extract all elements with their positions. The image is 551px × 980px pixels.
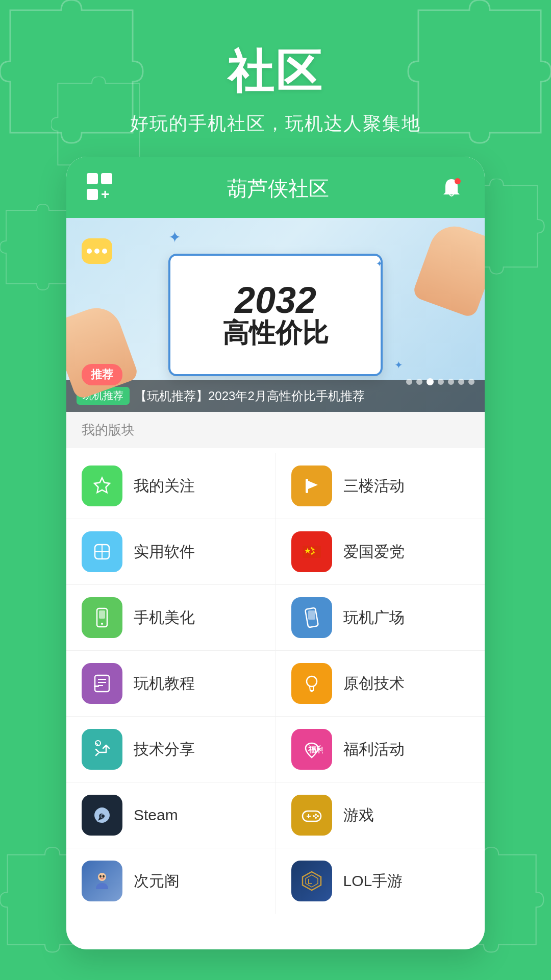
svg-point-33: [317, 815, 319, 817]
app-header: + 葫芦侠社区: [66, 157, 485, 218]
svg-rect-1: [306, 479, 308, 493]
item-label-third-floor: 三楼活动: [343, 476, 405, 497]
item-row-0: 我的关注 三楼活动: [66, 453, 485, 519]
item-lol[interactable]: L LOL手游: [276, 848, 485, 914]
item-label-play-square: 玩机广场: [343, 607, 405, 628]
banner-year: 2032: [235, 282, 316, 318]
item-icon-lol: L: [291, 861, 332, 901]
item-label-anime: 次元阁: [134, 871, 180, 892]
svg-point-13: [101, 623, 103, 625]
item-label-phone-beauty: 手机美化: [134, 607, 195, 628]
svg-point-37: [99, 875, 102, 878]
grid-plus-icon[interactable]: +: [87, 173, 117, 204]
item-games[interactable]: 游戏: [276, 782, 485, 848]
item-play-tutorial[interactable]: 玩机教程: [66, 651, 276, 716]
item-icon-tech-share: [82, 729, 122, 770]
item-patriotic[interactable]: 爱国爱党: [276, 519, 485, 584]
item-my-follow[interactable]: 我的关注: [66, 453, 276, 519]
item-icon-steam: [82, 795, 122, 836]
bell-icon[interactable]: [439, 176, 464, 201]
item-label-welfare: 福利活动: [343, 739, 405, 760]
item-row-2: 手机美化 玩机广场: [66, 585, 485, 651]
grid-dot-2: [101, 173, 112, 184]
item-icon-play-square: [291, 597, 332, 638]
item-useful-software[interactable]: 实用软件: [66, 519, 276, 584]
dot-6[interactable]: [458, 379, 464, 385]
svg-text:福利: 福利: [308, 745, 323, 754]
item-row-1: 实用软件 爱国爱党: [66, 519, 485, 585]
svg-point-38: [103, 875, 105, 878]
svg-rect-15: [308, 610, 315, 620]
item-icon-useful-software: [82, 531, 122, 572]
item-label-my-follow: 我的关注: [134, 476, 195, 497]
grid-dot-1: [87, 173, 98, 184]
item-tech-share[interactable]: 技术分享: [66, 717, 276, 782]
banner-caption-text: 【玩机推荐】2023年2月高性价比手机推荐: [135, 388, 365, 404]
item-icon-phone-beauty: [82, 597, 122, 638]
chat-bubble-icon: [82, 238, 112, 264]
svg-point-0: [455, 178, 461, 184]
item-label-steam: Steam: [134, 806, 178, 824]
banner-phone-card: 2032 高性价比: [168, 254, 383, 376]
item-icon-my-follow: [82, 465, 122, 506]
item-label-games: 游戏: [343, 805, 374, 826]
sparkle-2: ✦: [394, 359, 403, 371]
item-play-square[interactable]: 玩机广场: [276, 585, 485, 650]
item-row-4: 技术分享 福利 福利活动: [66, 717, 485, 782]
svg-point-35: [313, 815, 315, 817]
recommend-badge: 推荐: [82, 364, 122, 385]
item-label-lol: LOL手游: [343, 871, 403, 892]
my-blocks-section-header: 我的版块: [66, 412, 485, 448]
item-label-tech-share: 技术分享: [134, 739, 195, 760]
svg-point-36: [98, 873, 106, 881]
sparkle-3: ✦: [376, 259, 383, 268]
dot-3-active[interactable]: [427, 378, 434, 385]
item-icon-play-tutorial: [82, 663, 122, 704]
item-icon-welfare: 福利: [291, 729, 332, 770]
item-icon-third-floor: [291, 465, 332, 506]
app-header-title: 葫芦侠社区: [227, 175, 329, 203]
item-row-3: 玩机教程 原创技术: [66, 651, 485, 717]
grid-dot-3: [87, 189, 98, 200]
item-label-useful-software: 实用软件: [134, 542, 195, 562]
dot-1[interactable]: [406, 379, 412, 385]
svg-rect-12: [99, 610, 105, 619]
banner-section: 2032 高性价比 手机 ✦ ✦ ✦ 玩机推荐 【玩机推荐】2023年2月高性价…: [66, 218, 485, 412]
grid-plus-symbol: +: [101, 187, 109, 202]
item-row-6: 次元阁 L LOL手游: [66, 848, 485, 914]
item-row-5: Steam 游戏: [66, 782, 485, 848]
item-original-tech[interactable]: 原创技术: [276, 651, 485, 716]
banner-dots: [406, 378, 474, 385]
svg-point-32: [315, 814, 317, 816]
dot-7[interactable]: [468, 379, 474, 385]
item-icon-original-tech: [291, 663, 332, 704]
item-steam[interactable]: Steam: [66, 782, 276, 848]
phone-container: + 葫芦侠社区 2032 高性价比: [66, 157, 485, 949]
sparkle-1: ✦: [168, 228, 181, 246]
svg-text:L: L: [308, 877, 312, 886]
svg-rect-16: [95, 675, 109, 692]
item-label-play-tutorial: 玩机教程: [134, 673, 195, 694]
svg-point-21: [307, 676, 317, 687]
dot-5[interactable]: [448, 379, 454, 385]
items-grid: 我的关注 三楼活动 实用软件: [66, 448, 485, 919]
dot-2[interactable]: [416, 379, 422, 385]
hand-right: [412, 219, 485, 319]
item-welfare[interactable]: 福利 福利活动: [276, 717, 485, 782]
item-label-original-tech: 原创技术: [343, 673, 405, 694]
page-subtitle: 好玩的手机社区，玩机达人聚集地: [0, 111, 551, 136]
banner-slogan: 高性价比: [222, 318, 329, 348]
svg-point-28: [102, 815, 105, 818]
item-third-floor[interactable]: 三楼活动: [276, 453, 485, 519]
bottom-padding: [66, 919, 485, 949]
item-icon-anime: [82, 861, 122, 901]
item-anime[interactable]: 次元阁: [66, 848, 276, 914]
dot-4[interactable]: [438, 379, 444, 385]
item-icon-games: [291, 795, 332, 836]
page-title: 社区: [0, 41, 551, 103]
item-label-patriotic: 爱国爱党: [343, 542, 405, 562]
svg-point-34: [315, 817, 317, 819]
page-header: 社区 好玩的手机社区，玩机达人聚集地: [0, 0, 551, 157]
item-phone-beauty[interactable]: 手机美化: [66, 585, 276, 650]
svg-rect-20: [94, 685, 99, 687]
